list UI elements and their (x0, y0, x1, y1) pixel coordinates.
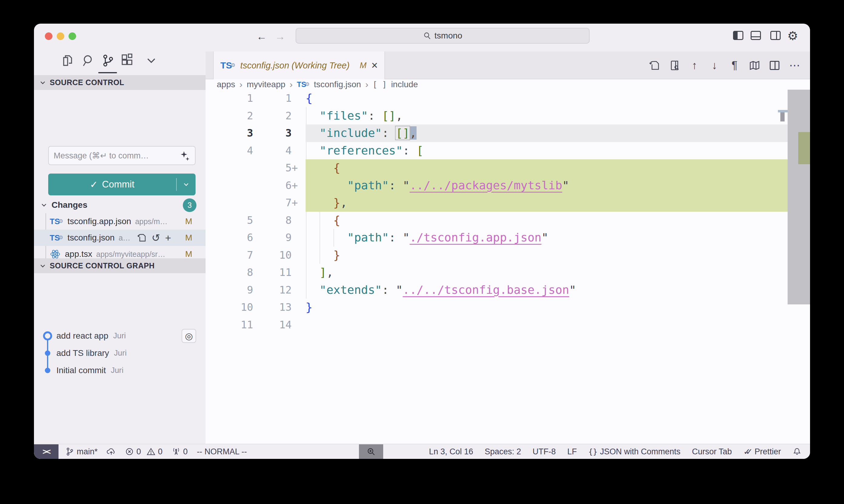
notifications-bell-item[interactable] (792, 447, 802, 456)
encoding-item[interactable]: UTF-8 (533, 447, 556, 456)
minimap-text-marker (780, 112, 785, 122)
open-file-icon[interactable] (137, 233, 147, 242)
search-icon (423, 32, 431, 40)
tab-title: tsconfig.json (Working Tree) (240, 60, 355, 71)
breadcrumb-apps[interactable]: apps (217, 80, 235, 89)
language-mode-item[interactable]: {} JSON with Comments (588, 447, 681, 456)
settings-gear-icon[interactable]: ⚙ (787, 29, 798, 42)
commit-dot-icon (43, 331, 52, 340)
changed-file-row[interactable]: TS⚙tsconfig.app.jsonapps/m…M (34, 213, 206, 230)
command-search-box[interactable]: tsmono (296, 28, 590, 43)
explorer-icon[interactable] (61, 54, 74, 68)
remote-indicator-button[interactable]: >< (34, 444, 58, 459)
language-name: JSON with Comments (600, 447, 681, 456)
breadcrumb-include[interactable]: include (391, 80, 418, 89)
file-path: a… (119, 234, 131, 242)
cloud-upload-icon (107, 447, 116, 456)
formatter-item[interactable]: ✓✓ Prettier (743, 447, 781, 457)
commit-graph-list: add react appJuri◎add TS libraryJuriInit… (34, 327, 206, 379)
zoom-status-button[interactable] (359, 444, 383, 459)
cursor-tab-item[interactable]: Cursor Tab (692, 447, 732, 456)
source-control-graph-header[interactable]: SOURCE CONTROL GRAPH (34, 258, 206, 273)
previous-change-button[interactable]: ↑ (688, 59, 701, 72)
diff-added-line-background (306, 159, 788, 177)
commit-message: Initial commit (56, 365, 106, 375)
minimize-traffic-light[interactable] (57, 32, 64, 40)
close-icon[interactable]: × (372, 60, 378, 71)
source-control-section-header[interactable]: SOURCE CONTROL (34, 75, 206, 90)
cursor-position-item[interactable]: Ln 3, Col 16 (429, 447, 473, 456)
open-changes-button[interactable] (648, 59, 661, 72)
tab-tsconfig-working-tree[interactable]: TS⚙ tsconfig.json (Working Tree) M × (213, 52, 385, 79)
map-view-icon[interactable] (748, 59, 761, 72)
source-control-icon[interactable] (101, 54, 115, 68)
breadcrumb: apps › myviteapp › TS⚙ tsconfig.json › [… (206, 79, 810, 90)
file-path: apps/m… (135, 217, 168, 226)
minimap-text-marker (778, 110, 788, 112)
changes-section-row[interactable]: Changes 3 (34, 197, 206, 213)
discard-changes-icon[interactable]: ↺ (152, 233, 160, 242)
commit-row[interactable]: Initial commitJuri (34, 362, 206, 379)
toggle-panel-button[interactable] (751, 31, 761, 40)
more-actions-button[interactable]: ⋯ (788, 59, 801, 72)
commit-dropdown-button[interactable] (177, 181, 195, 188)
original-line-number: 9 (206, 282, 253, 299)
commit-message-input[interactable]: Message (⌘↵ to comm… (48, 146, 195, 165)
commit-row[interactable]: add react appJuri◎ (34, 327, 206, 344)
whitespace-toggle-button[interactable]: ¶ (728, 59, 741, 72)
eol-item[interactable]: LF (567, 447, 577, 456)
modified-badge: M (185, 233, 192, 242)
code-line: } (306, 299, 313, 316)
vim-mode-indicator[interactable]: -- NORMAL -- (197, 447, 247, 456)
maximize-traffic-light[interactable] (69, 32, 76, 40)
branch-name: main* (77, 447, 98, 456)
modified-line-number: 4 (254, 142, 292, 160)
forward-arrow-button[interactable]: → (275, 31, 286, 42)
breadcrumb-separator: › (240, 79, 243, 90)
code-line: "include": [], (306, 125, 416, 142)
next-change-button[interactable]: ↓ (708, 59, 721, 72)
search-query: tsmono (434, 31, 462, 41)
diff-editor[interactable]: 11{22 "files": [],33 "include": [],44 "r… (206, 90, 810, 444)
original-line-number: 2 (206, 107, 253, 125)
toggle-secondary-sidebar-button[interactable] (770, 31, 781, 40)
toggle-primary-sidebar-button[interactable] (733, 31, 743, 40)
stage-changes-icon[interactable]: + (165, 233, 171, 242)
commit-message: add TS library (56, 348, 109, 358)
indentation-item[interactable]: Spaces: 2 (485, 447, 521, 456)
added-line-plus: + (292, 159, 298, 177)
array-symbol-icon: [ ] (373, 80, 387, 89)
problems-status-item[interactable]: 0 0 (125, 447, 162, 456)
commit-message: add react app (56, 331, 108, 341)
close-traffic-light[interactable] (45, 32, 52, 40)
ports-status-item[interactable]: 0 (172, 447, 188, 456)
commit-row[interactable]: add TS libraryJuri (34, 344, 206, 362)
typescript-config-file-icon: TS⚙ (50, 217, 63, 226)
commit-button[interactable]: ✓ Commit (48, 174, 195, 195)
changed-files-list: TS⚙tsconfig.app.jsonapps/m…MTS⚙tsconfig.… (34, 213, 206, 262)
modified-line-number: 1 (254, 90, 292, 107)
typescript-config-file-icon: TS⚙ (220, 61, 236, 69)
sync-status-item[interactable] (107, 447, 116, 456)
inline-view-toggle-button[interactable] (668, 59, 681, 72)
vertical-scrollbar-thumb[interactable] (788, 90, 810, 304)
file-actions: ↺+ (137, 233, 171, 242)
graph-title: SOURCE CONTROL GRAPH (50, 262, 155, 270)
breadcrumb-myviteapp[interactable]: myviteapp (247, 80, 286, 89)
modified-line-number: 12 (254, 282, 292, 299)
sparkle-ai-icon[interactable] (180, 150, 190, 161)
back-arrow-button[interactable]: ← (256, 31, 267, 42)
more-views-chevron-icon[interactable] (144, 54, 158, 68)
commit-message-placeholder: Message (⌘↵ to comm… (54, 151, 180, 161)
breadcrumb-separator: › (365, 79, 368, 90)
code-line: "path": "./tsconfig.app.json" (306, 229, 548, 247)
extensions-icon[interactable] (120, 54, 134, 68)
changed-file-row[interactable]: TS⚙tsconfig.jsona…↺+M (34, 230, 206, 246)
split-editor-button[interactable] (768, 59, 781, 72)
branch-status-item[interactable]: main* (65, 447, 98, 456)
breadcrumb-tsconfig[interactable]: tsconfig.json (314, 80, 361, 89)
error-icon (125, 447, 134, 456)
commit-author: Juri (113, 331, 126, 340)
checkout-target-button[interactable]: ◎ (182, 329, 196, 343)
search-icon[interactable] (81, 54, 95, 68)
